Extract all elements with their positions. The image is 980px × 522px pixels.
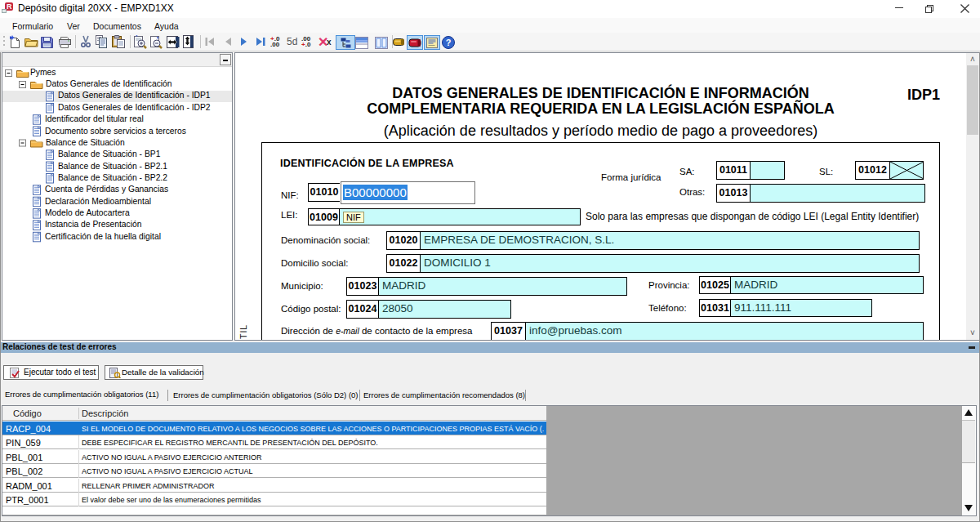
- svg-text:?: ?: [446, 38, 452, 47]
